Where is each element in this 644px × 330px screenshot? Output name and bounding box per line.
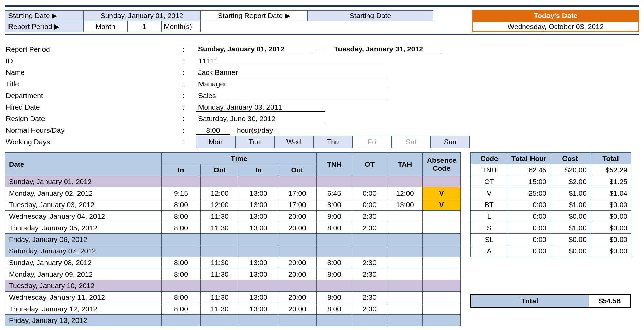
cell[interactable]: 8:00 — [317, 303, 352, 315]
cell[interactable] — [278, 234, 317, 245]
cell[interactable]: 8:00 — [162, 292, 201, 303]
cell[interactable]: 8:00 — [317, 222, 352, 234]
cell[interactable]: 13:00 — [239, 268, 278, 280]
cell[interactable]: 2:30 — [352, 222, 387, 234]
cell[interactable]: 8:00 — [317, 257, 352, 268]
working-day-sat[interactable]: Sat — [391, 136, 431, 148]
cell[interactable] — [387, 211, 423, 222]
cell[interactable]: 13:00 — [239, 187, 278, 199]
cell[interactable] — [239, 245, 278, 257]
cell[interactable] — [201, 315, 239, 326]
cell[interactable]: 0:00 — [352, 187, 387, 199]
cell[interactable] — [278, 176, 317, 187]
report-period-number[interactable]: 1 — [127, 21, 161, 32]
working-day-wed[interactable]: Wed — [274, 136, 313, 148]
cell[interactable] — [387, 315, 423, 326]
cell[interactable]: 20:00 — [278, 211, 317, 222]
cell[interactable]: 11:30 — [201, 268, 239, 280]
cell[interactable]: 8:00 — [317, 199, 352, 211]
cell[interactable] — [352, 234, 387, 245]
cell[interactable] — [423, 292, 461, 303]
cell[interactable]: Sunday, January 08, 2012 — [5, 257, 162, 268]
cell[interactable] — [239, 176, 278, 187]
cell[interactable]: 20:00 — [278, 222, 317, 234]
cell[interactable] — [317, 234, 352, 245]
cell[interactable] — [423, 211, 461, 222]
cell[interactable] — [352, 245, 387, 257]
cell[interactable]: 11:30 — [201, 222, 239, 234]
cell[interactable]: 2:30 — [352, 211, 387, 222]
cell[interactable] — [387, 234, 423, 245]
cell[interactable] — [201, 176, 239, 187]
cell[interactable] — [387, 222, 423, 234]
cell[interactable] — [162, 315, 201, 326]
cell[interactable] — [239, 280, 278, 292]
cell[interactable]: Friday, January 13, 2012 — [5, 315, 162, 326]
cell[interactable]: 2:30 — [352, 292, 387, 303]
working-day-tue[interactable]: Tue — [235, 136, 274, 148]
cell[interactable]: 13:00 — [387, 199, 423, 211]
cell[interactable]: Wednesday, January 04, 2012 — [5, 211, 162, 222]
cell[interactable] — [162, 245, 201, 257]
cell[interactable] — [162, 234, 201, 245]
cell[interactable]: 11:30 — [201, 303, 239, 315]
cell[interactable]: 11:30 — [201, 292, 239, 303]
working-day-sun[interactable]: Sun — [431, 136, 470, 148]
working-day-thu[interactable]: Thu — [313, 136, 352, 148]
cell[interactable] — [387, 292, 423, 303]
cell[interactable] — [387, 303, 423, 315]
cell[interactable]: 12:00 — [387, 187, 423, 199]
cell[interactable] — [387, 176, 423, 187]
cell[interactable]: 13:00 — [239, 303, 278, 315]
cell[interactable] — [317, 176, 352, 187]
cell[interactable] — [387, 268, 423, 280]
cell[interactable] — [162, 176, 201, 187]
cell[interactable] — [201, 245, 239, 257]
cell[interactable] — [352, 315, 387, 326]
cell[interactable]: Thursday, January 12, 2012 — [5, 303, 162, 315]
cell[interactable]: 17:00 — [278, 199, 317, 211]
cell[interactable]: Tuesday, January 03, 2012 — [5, 199, 162, 211]
cell[interactable]: Monday, January 02, 2012 — [5, 187, 162, 199]
working-day-mon[interactable]: Mon — [196, 136, 235, 148]
cell[interactable] — [423, 303, 461, 315]
cell[interactable]: 2:30 — [352, 303, 387, 315]
cell[interactable]: 12:00 — [201, 199, 239, 211]
cell[interactable] — [317, 245, 352, 257]
working-day-fri[interactable]: Fri — [352, 136, 391, 148]
cell[interactable]: 11:30 — [201, 211, 239, 222]
cell[interactable] — [387, 257, 423, 268]
cell[interactable]: 13:00 — [239, 211, 278, 222]
cell[interactable] — [387, 280, 423, 292]
cell[interactable]: Tuesday, January 10, 2012 — [5, 280, 162, 292]
cell[interactable]: 2:30 — [352, 268, 387, 280]
cell[interactable]: 20:00 — [278, 268, 317, 280]
cell[interactable] — [423, 222, 461, 234]
cell[interactable]: 20:00 — [278, 257, 317, 268]
cell[interactable]: Saturday, January 07, 2012 — [5, 245, 162, 257]
cell[interactable] — [162, 280, 201, 292]
cell[interactable]: 8:00 — [162, 257, 201, 268]
cell[interactable] — [201, 280, 239, 292]
cell[interactable]: 12:00 — [201, 187, 239, 199]
cell[interactable] — [278, 280, 317, 292]
cell[interactable] — [317, 315, 352, 326]
cell[interactable]: 9:15 — [162, 187, 201, 199]
cell[interactable] — [239, 234, 278, 245]
cell[interactable]: 13:00 — [239, 292, 278, 303]
cell[interactable] — [239, 315, 278, 326]
cell[interactable]: 8:00 — [162, 268, 201, 280]
cell[interactable] — [423, 257, 461, 268]
cell[interactable] — [423, 245, 461, 257]
cell[interactable] — [387, 245, 423, 257]
cell[interactable]: 11:30 — [201, 257, 239, 268]
starting-report-date-value[interactable]: Starting Date — [308, 10, 433, 21]
cell[interactable]: 8:00 — [162, 199, 201, 211]
cell[interactable]: 6:45 — [317, 187, 352, 199]
cell[interactable]: 20:00 — [278, 303, 317, 315]
cell[interactable]: 8:00 — [162, 303, 201, 315]
cell[interactable]: 8:00 — [317, 211, 352, 222]
cell[interactable]: 13:00 — [239, 257, 278, 268]
cell[interactable] — [423, 280, 461, 292]
cell[interactable] — [423, 176, 461, 187]
